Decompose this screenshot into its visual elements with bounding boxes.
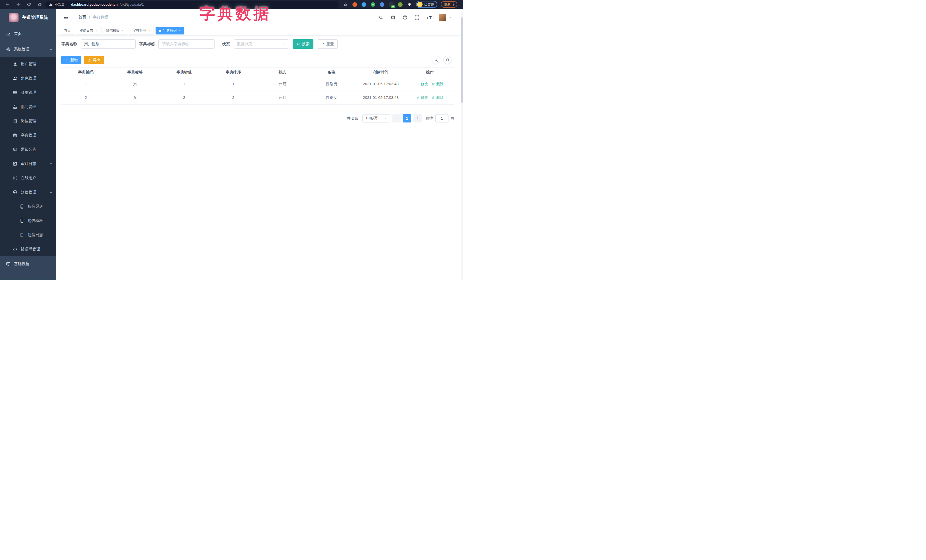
- search-icon: [297, 42, 300, 46]
- sidebar-item-post-management[interactable]: 岗位管理: [0, 114, 56, 128]
- tab-close-icon[interactable]: [179, 29, 181, 32]
- caret-down-icon[interactable]: [449, 16, 452, 19]
- sidebar-item-notice-announcement[interactable]: 通知公告: [0, 142, 56, 157]
- sidebar-item-label: 部门管理: [21, 104, 36, 109]
- sidebar-menu: 首页系统管理用户管理角色管理菜单管理部门管理岗位管理字典管理通知公告审计日志在线…: [0, 26, 56, 272]
- tab-close-icon[interactable]: [148, 29, 150, 32]
- scrollbar-thumb[interactable]: [461, 17, 463, 103]
- browser-update-button[interactable]: 更新: [441, 1, 457, 8]
- prev-page-button[interactable]: [392, 114, 401, 122]
- app-logo[interactable]: 芋道管理系统: [0, 9, 56, 26]
- search-icon[interactable]: [379, 15, 383, 20]
- trash-icon: [432, 82, 435, 86]
- dict-label-input[interactable]: [159, 39, 215, 49]
- forward-icon[interactable]: [16, 2, 20, 6]
- tab-sms-template[interactable]: 短信模板: [103, 27, 127, 35]
- browser-extension-puzzle-icon[interactable]: [407, 2, 412, 7]
- sidebar-item-label: 系统管理: [14, 47, 29, 52]
- reset-button[interactable]: 重置: [317, 39, 337, 49]
- chevron-down-icon: [283, 42, 286, 45]
- page-number-1[interactable]: 1: [403, 114, 411, 122]
- sidebar-item-system-management[interactable]: 系统管理: [0, 42, 56, 57]
- shield-check-icon: [13, 190, 17, 195]
- sidebar-item-label: 错误码管理: [21, 247, 40, 252]
- address-bar[interactable]: 不安全 dashboard.yudao.iocoder.cn/dict/type…: [45, 1, 339, 8]
- refresh-table-button[interactable]: [443, 56, 452, 64]
- browser-extension-blue-bars-icon[interactable]: [380, 2, 384, 7]
- sidebar-item-sms-log[interactable]: 短信日志: [0, 228, 56, 242]
- cell-status: 开启: [258, 91, 307, 104]
- browser-extension-dark-on-icon[interactable]: on: [389, 2, 393, 7]
- user-avatar[interactable]: [439, 14, 446, 21]
- browser-menu-kebab-icon[interactable]: [453, 3, 454, 6]
- trash-icon: [432, 96, 435, 100]
- goto-page-input[interactable]: [435, 114, 448, 122]
- fullscreen-icon[interactable]: [415, 15, 419, 20]
- sidebar-item-sms-channel[interactable]: 短信渠道: [0, 199, 56, 214]
- back-icon[interactable]: [5, 2, 9, 6]
- row-action-edit[interactable]: 修改: [416, 82, 428, 87]
- sidebar-item-label: 通知公告: [21, 147, 36, 152]
- add-button[interactable]: 新增: [61, 56, 81, 64]
- column-header-remark: 备注: [307, 68, 356, 77]
- toggle-search-button[interactable]: [432, 56, 440, 64]
- user-icon: [13, 62, 17, 66]
- tab-dict-management[interactable]: 字典管理: [129, 27, 154, 35]
- status-select[interactable]: 数据状态: [234, 39, 289, 49]
- tab-close-icon[interactable]: [121, 29, 124, 32]
- export-button-label: 导出: [93, 57, 101, 63]
- row-action-edit[interactable]: 修改: [416, 95, 428, 100]
- next-page-button[interactable]: [413, 114, 422, 122]
- github-icon[interactable]: [390, 15, 395, 20]
- sidebar-collapse-icon[interactable]: [64, 15, 69, 20]
- browser-extension-green-leaf-icon[interactable]: [398, 2, 402, 7]
- sidebar-item-role-management[interactable]: 角色管理: [0, 71, 56, 86]
- browser-extension-blue-drop-icon[interactable]: [362, 2, 366, 7]
- sidebar-item-infrastructure[interactable]: 基础设施: [0, 257, 56, 272]
- row-action-label: 删除: [436, 95, 443, 100]
- sidebar-item-label: 角色管理: [21, 76, 36, 81]
- sidebar-item-dept-management[interactable]: 部门管理: [0, 100, 56, 114]
- search-button[interactable]: 搜索: [293, 39, 313, 49]
- sidebar-item-home[interactable]: 首页: [0, 26, 56, 42]
- sidebar-item-dict-management[interactable]: 字典管理: [0, 128, 56, 142]
- table-body: 1男11开启性别男2021-01-05 17:03:48修改删除2女22开启性别…: [61, 77, 454, 104]
- sidebar-item-label: 岗位管理: [21, 118, 36, 124]
- browser-extension-orange-circle-icon[interactable]: [353, 2, 357, 7]
- sidebar-item-user-management[interactable]: 用户管理: [0, 57, 56, 71]
- reload-icon[interactable]: [27, 2, 31, 6]
- page-scrollbar[interactable]: [461, 9, 463, 280]
- sidebar-filler: [0, 272, 56, 280]
- phone-icon: [20, 233, 24, 237]
- browser-profile-chip[interactable]: 已暂停: [416, 1, 437, 8]
- monitor-icon: [6, 262, 11, 266]
- browser-extension-green-check-icon[interactable]: [371, 2, 375, 7]
- sidebar-item-menu-management[interactable]: 菜单管理: [0, 86, 56, 100]
- dict-name-select[interactable]: 用户性别: [81, 39, 136, 49]
- font-size-icon[interactable]: тT: [427, 15, 432, 20]
- page-size-select[interactable]: 10条/页: [362, 114, 390, 122]
- row-action-delete[interactable]: 删除: [432, 95, 443, 100]
- row-action-label: 修改: [421, 82, 428, 87]
- sidebar-item-audit-log[interactable]: 审计日志: [0, 157, 56, 171]
- tab-sms-log[interactable]: 短信日志: [76, 27, 101, 35]
- tab-dict-data[interactable]: 字典数据: [156, 27, 185, 35]
- breadcrumb-home[interactable]: 首页: [78, 15, 86, 20]
- tab-home[interactable]: 首页: [61, 27, 74, 35]
- tab-label: 短信模板: [106, 28, 120, 33]
- sidebar-item-sms-template[interactable]: 短信模板: [0, 214, 56, 228]
- sidebar-item-sms-management[interactable]: 短信管理: [0, 185, 56, 199]
- sidebar-item-error-code-management[interactable]: 错误码管理: [0, 242, 56, 257]
- goto-label: 前往: [426, 116, 433, 121]
- sidebar-item-online-users[interactable]: 在线用户: [0, 171, 56, 185]
- row-action-delete[interactable]: 删除: [432, 82, 443, 87]
- home-icon[interactable]: [38, 2, 42, 6]
- tab-close-icon[interactable]: [95, 29, 97, 32]
- sidebar-item-label: 首页: [14, 31, 22, 36]
- total-count: 共 2 条: [347, 116, 359, 121]
- bookmark-star-icon[interactable]: [343, 2, 348, 6]
- status-placeholder: 数据状态: [237, 42, 283, 47]
- export-button[interactable]: 导出: [84, 56, 104, 64]
- help-icon[interactable]: [402, 15, 407, 20]
- plus-icon: [65, 58, 69, 62]
